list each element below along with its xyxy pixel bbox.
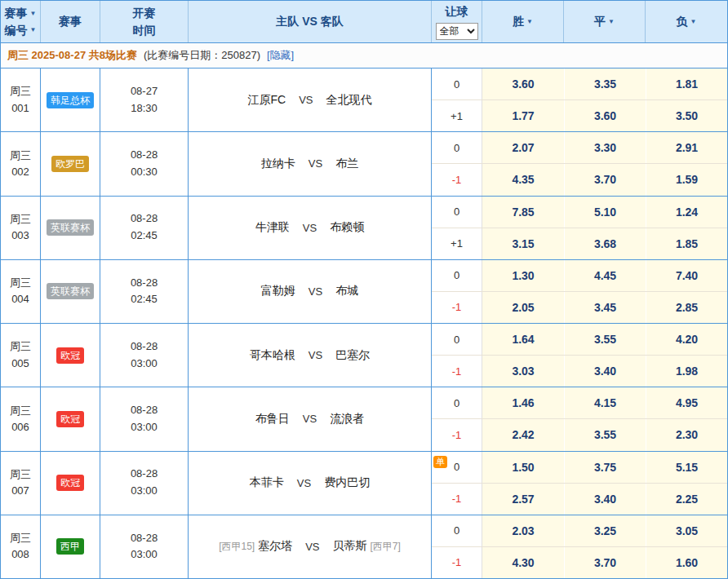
- odds-win-cell[interactable]: 1.30: [482, 260, 564, 291]
- odds-lose-cell[interactable]: 1.81: [646, 69, 727, 99]
- odds-draw-cell[interactable]: 3.40: [564, 484, 646, 515]
- odds-win-cell[interactable]: 2.42: [482, 419, 564, 450]
- odds-win-cell[interactable]: 3.60: [482, 69, 564, 99]
- odds-win-cell[interactable]: 7.85: [482, 197, 564, 228]
- odds-win-cell[interactable]: 1.64: [482, 324, 564, 355]
- vs-label: VS: [303, 413, 317, 425]
- teams-cell: 布鲁日 VS 流浪者: [189, 387, 432, 450]
- odds-win-cell[interactable]: 1.77: [482, 100, 564, 131]
- vs-label: VS: [309, 349, 322, 361]
- odds-lose-cell[interactable]: 1.59: [646, 164, 727, 195]
- odds-lose-cell[interactable]: 1.60: [646, 547, 727, 578]
- odds-lose-cell[interactable]: 2.25: [646, 484, 727, 515]
- odds-draw-cell[interactable]: 5.10: [564, 197, 646, 228]
- odds-draw-cell[interactable]: 3.30: [564, 132, 646, 163]
- odds-lose-cell[interactable]: 3.05: [646, 515, 727, 546]
- handicap-value: -1: [452, 493, 462, 505]
- header-lose[interactable]: 负 ▼: [646, 1, 727, 42]
- header-win[interactable]: 胜 ▼: [482, 1, 564, 42]
- header-league: 赛事: [41, 1, 100, 42]
- match-rows: 周三 001 韩足总杯 08-27 18:30 江原FC VS 全北现代 0 3…: [1, 68, 727, 578]
- odds-lose-cell[interactable]: 1.85: [646, 228, 727, 259]
- odds-lose-cell[interactable]: 2.91: [646, 132, 727, 163]
- match-start-time: 03:00: [131, 546, 158, 564]
- league-badge[interactable]: 欧冠: [56, 347, 84, 364]
- home-team: 牛津联: [255, 220, 290, 235]
- header-draw[interactable]: 平 ▼: [564, 1, 646, 42]
- odds-win-cell[interactable]: 1.46: [482, 387, 564, 418]
- handicap-value: -1: [452, 365, 462, 378]
- odds-draw-cell[interactable]: 4.45: [564, 260, 646, 291]
- handicap-cell: -1: [432, 292, 482, 323]
- odds-lose-cell[interactable]: 1.24: [646, 197, 727, 228]
- handicap-value: +1: [451, 110, 463, 122]
- handicap-cell: -1: [432, 356, 482, 387]
- odds-line: -1 4.35 3.70 1.59: [432, 163, 727, 195]
- league-cell: 欧冠: [41, 387, 100, 450]
- odds-win-cell[interactable]: 2.57: [482, 484, 564, 515]
- league-badge[interactable]: 英联赛杯: [47, 283, 94, 299]
- odds-lose-cell[interactable]: 2.85: [646, 292, 727, 323]
- odds-draw-cell[interactable]: 3.40: [564, 356, 646, 387]
- match-row: 周三 007 欧冠 08-28 03:00 本菲卡 VS 费内巴切 单 0 1.…: [1, 451, 727, 515]
- handicap-value: -1: [452, 174, 462, 186]
- match-id: 周三 008: [1, 515, 41, 578]
- league-badge[interactable]: 英联赛杯: [47, 219, 94, 236]
- odds-draw-cell[interactable]: 3.75: [564, 452, 646, 483]
- vs-label: VS: [309, 285, 322, 298]
- away-team: 布城: [335, 284, 358, 298]
- handicap-filter-select[interactable]: 全部: [436, 23, 478, 40]
- odds-win-cell[interactable]: 3.15: [482, 228, 564, 259]
- handicap-cell: 0: [432, 132, 482, 163]
- odds-line: 0 3.60 3.35 1.81: [432, 69, 727, 99]
- odds-lose-cell[interactable]: 2.30: [646, 419, 727, 450]
- match-start-time: 02:45: [131, 228, 158, 245]
- home-team: 富勒姆: [261, 284, 295, 298]
- odds-block: 0 2.03 3.25 3.05 -1 4.30 3.70 1.60: [432, 515, 727, 578]
- odds-win-cell[interactable]: 4.35: [482, 164, 564, 195]
- home-team: 布鲁日: [255, 412, 290, 427]
- odds-lose-cell[interactable]: 7.40: [646, 260, 727, 291]
- header-teams: 主队 VS 客队: [189, 1, 432, 42]
- league-badge[interactable]: 欧冠: [56, 475, 84, 491]
- league-badge[interactable]: 韩足总杯: [47, 92, 94, 108]
- handicap-cell: 0: [432, 387, 482, 418]
- odds-draw-cell[interactable]: 3.55: [564, 324, 646, 355]
- odds-draw-cell[interactable]: 4.15: [564, 387, 646, 418]
- odds-lose-cell[interactable]: 3.50: [646, 100, 727, 131]
- league-badge[interactable]: 西甲: [56, 538, 84, 555]
- odds-draw-cell[interactable]: 3.45: [564, 292, 646, 323]
- odds-draw-cell[interactable]: 3.35: [564, 69, 646, 99]
- odds-win-cell[interactable]: 1.50: [482, 452, 564, 483]
- league-cell: 欧罗巴: [41, 132, 100, 195]
- match-row: 周三 001 韩足总杯 08-27 18:30 江原FC VS 全北现代 0 3…: [1, 68, 727, 131]
- away-team: 贝蒂斯: [333, 539, 367, 554]
- teams-cell: 拉纳卡 VS 布兰: [189, 132, 432, 195]
- odds-draw-cell[interactable]: 3.70: [564, 547, 646, 578]
- odds-draw-cell[interactable]: 3.55: [564, 419, 646, 450]
- handicap-value: -1: [452, 429, 462, 441]
- league-badge[interactable]: 欧冠: [56, 411, 84, 427]
- handicap-value: 0: [454, 78, 459, 91]
- odds-win-cell[interactable]: 2.05: [482, 292, 564, 323]
- odds-lose-cell[interactable]: 4.95: [646, 387, 727, 418]
- odds-win-cell[interactable]: 2.03: [482, 515, 564, 546]
- league-badge[interactable]: 欧罗巴: [51, 156, 89, 172]
- vs-label: VS: [305, 541, 319, 553]
- away-team: 布赖顿: [330, 220, 364, 235]
- odds-win-cell[interactable]: 4.30: [482, 547, 564, 578]
- odds-draw-cell[interactable]: 3.70: [564, 164, 646, 195]
- match-start-time: 03:00: [131, 356, 158, 373]
- hide-link[interactable]: [隐藏]: [267, 48, 294, 63]
- odds-win-cell[interactable]: 3.03: [482, 356, 564, 387]
- match-time: 08-28 02:45: [100, 197, 189, 259]
- odds-draw-cell[interactable]: 3.68: [564, 228, 646, 259]
- odds-draw-cell[interactable]: 3.25: [564, 515, 646, 546]
- odds-draw-cell[interactable]: 3.60: [564, 100, 646, 131]
- header-match-id[interactable]: 赛事 ▼ 编号 ▼: [1, 1, 41, 42]
- odds-win-cell[interactable]: 2.07: [482, 132, 564, 163]
- header-time-label-1: 开赛: [133, 5, 156, 21]
- odds-lose-cell[interactable]: 5.15: [646, 452, 727, 483]
- odds-lose-cell[interactable]: 1.98: [646, 356, 727, 387]
- odds-lose-cell[interactable]: 4.20: [646, 324, 727, 355]
